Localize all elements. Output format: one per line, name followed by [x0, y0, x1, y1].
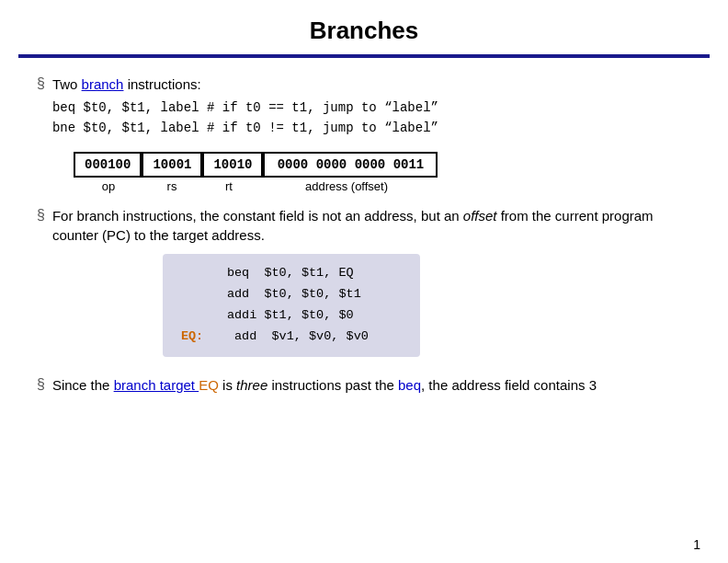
- label-rs: rs: [143, 179, 200, 193]
- bullet-3-content: Since the branch target EQ is three inst…: [52, 375, 691, 395]
- inst-cell-rt: 10010: [202, 152, 263, 178]
- title-area: Branches: [0, 0, 728, 51]
- bullet-3-text1: Since the: [52, 377, 114, 393]
- bullet-3-text: Since the branch target EQ is three inst…: [52, 375, 691, 395]
- offset-word: offset: [463, 208, 497, 224]
- label-rt: rt: [200, 179, 257, 193]
- content-area: § Two branch instructions: beq $t0, $t1,…: [0, 58, 728, 395]
- bullet-2-content: For branch instructions, the constant fi…: [52, 206, 691, 366]
- bullet-2: § For branch instructions, the constant …: [37, 206, 691, 366]
- code-box-line-4: EQ: add $v1, $v0, $v0: [181, 327, 402, 348]
- bullet-1-intro: Two: [52, 76, 82, 92]
- bullet-3-text4: , the address field contains 3: [421, 377, 597, 393]
- inst-cell-rs: 10001: [142, 152, 202, 178]
- slide: Branches § Two branch instructions: beq …: [0, 0, 728, 563]
- bullet-1-content: Two branch instructions: beq $t0, $t1, l…: [52, 75, 691, 139]
- label-op: op: [74, 179, 143, 193]
- code-box-line2-code: add $t0, $t0, $t1: [227, 284, 361, 305]
- code-box-line4-code: add $v1, $v0, $v0: [227, 327, 369, 348]
- bullet-3-eq: EQ: [199, 377, 219, 393]
- bullet-3-text3: instructions past the: [267, 377, 398, 393]
- code-label-2: [181, 284, 227, 305]
- inst-labels-row: op rs rt address (offset): [74, 179, 436, 193]
- code-box: beq $t0, $t1, EQ add $t0, $t0, $t1 addi …: [163, 254, 420, 357]
- bne-line: bne $t0, $t1, label # if t0 != t1, jump …: [52, 118, 691, 138]
- beq-line: beq $t0, $t1, label # if t0 == t1, jump …: [52, 98, 691, 118]
- bullet-2-text1: For branch instructions, the constant fi…: [52, 208, 463, 224]
- bullet-2-text: For branch instructions, the constant fi…: [52, 206, 691, 245]
- code-box-line1-code: beq $t0, $t1, EQ: [227, 263, 354, 284]
- code-label-3: [181, 305, 227, 327]
- bullet-1-intro2: instructions:: [123, 76, 200, 92]
- bullet-1: § Two branch instructions: beq $t0, $t1,…: [37, 75, 691, 139]
- inst-row-cells: 000100 10001 10010 0000 0000 0000 0011: [74, 152, 438, 178]
- code-label-eq: EQ:: [181, 327, 227, 348]
- bne-line-text: bne $t0, $t1, label # if t0 != t1, jump …: [52, 118, 438, 138]
- code-box-line3-code: addi $t1, $t0, $0: [227, 305, 354, 327]
- inst-cell-op: 000100: [74, 152, 142, 178]
- bullet-3-branch: branch target: [114, 377, 199, 393]
- code-box-line-1: beq $t0, $t1, EQ: [181, 263, 402, 284]
- page-number: 1: [693, 537, 700, 552]
- bullet-symbol-1: §: [37, 75, 45, 92]
- three-word: three: [236, 377, 267, 393]
- bullet-3-beq: beq: [398, 377, 421, 393]
- code-label-1: [181, 263, 227, 284]
- bullet-symbol-3: §: [37, 376, 45, 393]
- bullet-symbol-2: §: [37, 207, 45, 224]
- beq-line-text: beq $t0, $t1, label # if t0 == t1, jump …: [52, 98, 438, 118]
- inst-table-wrapper: 000100 10001 10010 0000 0000 0000 0011 o…: [74, 152, 691, 193]
- inst-cell-addr: 0000 0000 0000 0011: [263, 152, 438, 178]
- code-block-1: beq $t0, $t1, label # if t0 == t1, jump …: [52, 98, 691, 139]
- code-box-line-2: add $t0, $t0, $t1: [181, 284, 402, 305]
- bullet-3: § Since the branch target EQ is three in…: [37, 375, 691, 395]
- bullet-1-text: Two branch instructions:: [52, 75, 691, 94]
- branch-word: branch: [82, 76, 124, 92]
- bullet-3-text2: is: [219, 377, 236, 393]
- inst-table: 000100 10001 10010 0000 0000 0000 0011 o…: [74, 152, 691, 193]
- label-addr: address (offset): [257, 179, 436, 193]
- slide-title: Branches: [0, 17, 728, 45]
- code-box-line-3: addi $t1, $t0, $0: [181, 305, 402, 327]
